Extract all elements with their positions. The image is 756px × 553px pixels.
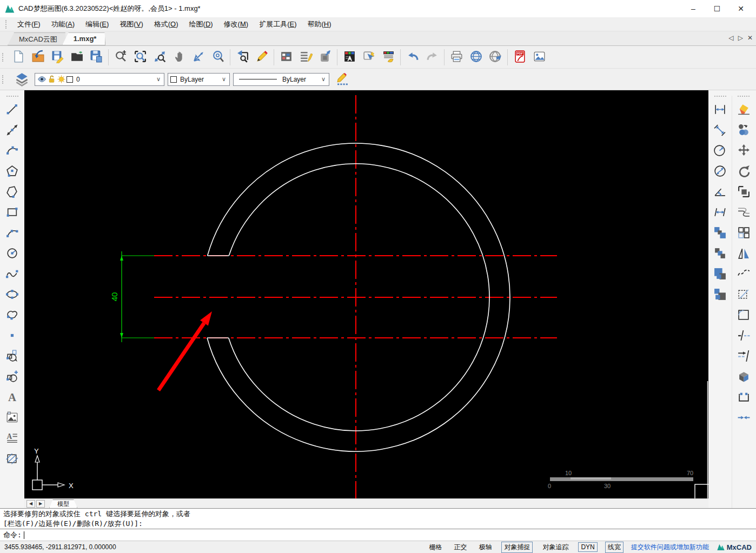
save-button[interactable] — [48, 48, 67, 67]
menu-item-v[interactable]: 视图(V) — [114, 18, 148, 31]
linetype-select[interactable]: ByLayer ∨ — [233, 73, 329, 86]
text-button[interactable]: A — [4, 390, 21, 406]
view-back-button[interactable] — [233, 48, 252, 67]
layout-prev-icon[interactable]: ◀ — [26, 500, 35, 508]
close-button[interactable]: ✕ — [729, 1, 753, 17]
insert-block-button[interactable] — [4, 349, 21, 365]
paste-special-button[interactable] — [712, 287, 728, 303]
insert-image-button[interactable] — [529, 48, 549, 67]
offset-button[interactable] — [735, 205, 752, 221]
copy-base-button[interactable] — [712, 246, 728, 262]
dim-parallel-button[interactable] — [712, 205, 728, 221]
scale-button[interactable] — [735, 184, 752, 201]
layer-manager-button[interactable] — [12, 70, 31, 89]
status-toggle-3[interactable]: 对象捕捉 — [501, 542, 533, 553]
point-button[interactable] — [4, 328, 21, 344]
select-set-button[interactable] — [359, 48, 379, 67]
tab-model[interactable]: 模型 — [49, 499, 77, 508]
dim-angular-button[interactable] — [712, 184, 728, 201]
draw-redline-button[interactable] — [252, 48, 271, 67]
chevron-down-icon[interactable]: ∨ — [155, 76, 162, 83]
color-select[interactable]: ByLayer ∨ — [168, 73, 230, 86]
redo-button[interactable] — [422, 48, 442, 67]
zoom-extents-button[interactable] — [150, 48, 169, 67]
export-pdf-button[interactable]: PDF — [510, 48, 529, 67]
feedback-link[interactable]: 提交软件问题或增加新功能 — [631, 543, 709, 552]
tab-prev-icon[interactable]: ◁ — [728, 34, 733, 42]
save-as-button[interactable] — [87, 48, 106, 67]
purge-button[interactable] — [315, 48, 335, 67]
status-toggle-0[interactable]: 栅格 — [427, 542, 444, 552]
publish-web-button[interactable] — [466, 48, 486, 67]
mtext-button[interactable]: A — [4, 431, 21, 447]
menu-item-a[interactable]: 功能(A) — [46, 18, 80, 31]
zoom-scale-button[interactable] — [189, 48, 208, 67]
tab-close-icon[interactable]: ✕ — [747, 34, 753, 42]
stretch-button[interactable] — [735, 287, 752, 303]
dim-diameter-button[interactable] — [712, 164, 728, 180]
ray-button[interactable] — [4, 123, 21, 139]
edit-spline-button[interactable] — [735, 266, 752, 283]
copy-object-button[interactable] — [735, 123, 752, 139]
command-input[interactable]: 命令: — [0, 529, 756, 541]
maximize-button[interactable]: ☐ — [705, 1, 729, 17]
tab-document-0[interactable]: MxCAD云图 — [8, 32, 67, 45]
props-brush-button[interactable] — [379, 48, 398, 67]
menu-item-h[interactable]: 帮助(H) — [302, 18, 337, 31]
menu-item-f[interactable]: 文件(F) — [12, 18, 46, 31]
menu-item-o[interactable]: 格式(O) — [149, 18, 184, 31]
linetype-manager-button[interactable] — [296, 48, 315, 67]
explode-button[interactable] — [735, 369, 752, 385]
rotate-button[interactable] — [735, 164, 752, 180]
zoom-dynamic-button[interactable] — [111, 48, 130, 67]
polygon-button[interactable] — [4, 164, 21, 180]
status-toggle-2[interactable]: 极轴 — [476, 542, 494, 552]
status-toggle-4[interactable]: 对象追踪 — [540, 542, 571, 552]
erase-button[interactable] — [735, 102, 752, 118]
zoom-window-button[interactable] — [130, 48, 150, 67]
menu-item-e[interactable]: 编辑(E) — [80, 18, 114, 31]
arc-3point-button[interactable] — [4, 225, 21, 242]
trim-button[interactable] — [735, 328, 752, 344]
draw-order-button[interactable] — [333, 70, 352, 89]
copy-clip-button[interactable] — [712, 225, 728, 242]
status-toggle-dyn[interactable]: DYN — [578, 542, 597, 552]
break-button[interactable] — [735, 390, 752, 406]
line-button[interactable] — [4, 102, 21, 118]
menu-item-d[interactable]: 绘图(D) — [184, 18, 218, 31]
mirror-button[interactable] — [735, 246, 752, 262]
menu-item-e[interactable]: 扩展工具(E) — [254, 18, 302, 31]
hatch-button[interactable] — [4, 451, 21, 468]
paste-button[interactable] — [712, 266, 728, 283]
image-button[interactable] — [4, 410, 21, 427]
status-toggle-lineweight[interactable]: 线宽 — [605, 542, 624, 553]
open-folder-button[interactable] — [67, 48, 87, 67]
extend-button[interactable] — [735, 349, 752, 365]
array-button[interactable] — [735, 225, 752, 242]
spline-button[interactable] — [4, 266, 21, 283]
dim-radius-button[interactable] — [712, 143, 728, 159]
fillet-button[interactable] — [735, 308, 752, 324]
layer-select[interactable]: 0 ∨ — [35, 73, 164, 86]
zoom-center-button[interactable] — [208, 48, 228, 67]
move-button[interactable] — [735, 143, 752, 159]
dim-linear-button[interactable] — [712, 102, 728, 118]
ellipse-button[interactable] — [4, 287, 21, 303]
palette-button[interactable] — [276, 48, 296, 67]
polyline-button[interactable] — [4, 184, 21, 201]
undo-button[interactable] — [403, 48, 422, 67]
dim-aligned-button[interactable] — [712, 123, 728, 139]
arc-button[interactable] — [4, 143, 21, 159]
tab-active-document-1[interactable]: 1.mxg* — [62, 32, 106, 45]
print-button[interactable] — [447, 48, 466, 67]
revision-cloud-button[interactable] — [4, 308, 21, 324]
circle-button[interactable] — [4, 246, 21, 262]
minimize-button[interactable]: – — [681, 1, 705, 17]
chevron-down-icon[interactable]: ∨ — [221, 76, 227, 83]
open-drawing-button[interactable] — [28, 48, 48, 67]
tab-next-icon[interactable]: ▷ — [738, 34, 743, 42]
make-block-button[interactable] — [4, 369, 21, 385]
pan-button[interactable] — [169, 48, 189, 67]
join-button[interactable] — [735, 410, 752, 427]
new-file-button[interactable] — [9, 48, 28, 67]
